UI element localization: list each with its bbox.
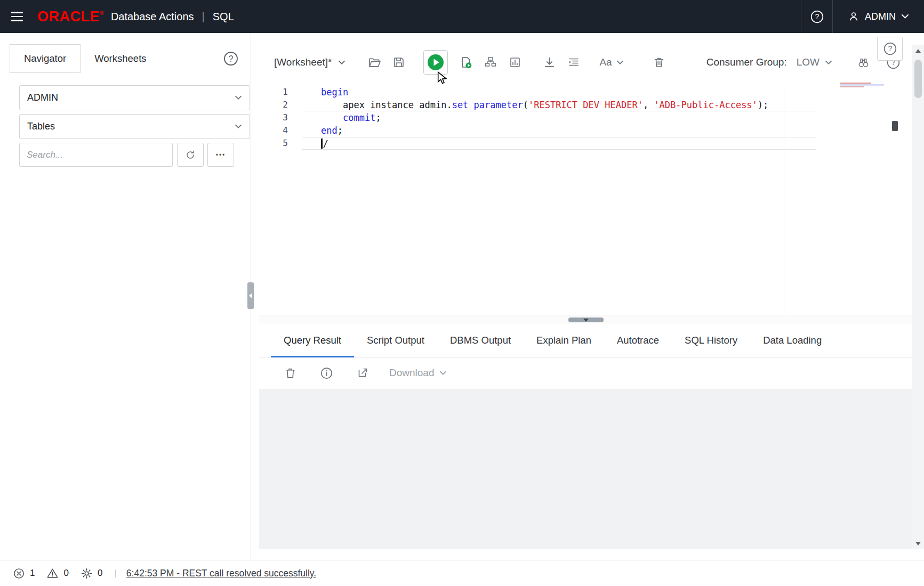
worksheet-toolbar: [Worksheet]* (259, 49, 912, 76)
schema-select[interactable]: ADMIN (19, 85, 250, 110)
error-count: 1 (30, 568, 35, 579)
open-in-new-window-button[interactable] (353, 363, 372, 382)
code-token (321, 112, 343, 123)
code-token: 'ADB-Public-Access' (654, 100, 757, 110)
results-tab-data-loading[interactable]: Data Loading (750, 324, 834, 357)
arrow-up-icon (915, 49, 921, 53)
process-status[interactable]: 0 (81, 567, 102, 580)
format-button[interactable] (564, 53, 583, 72)
hamburger-menu-button[interactable] (0, 0, 34, 33)
hamburger-icon (11, 12, 23, 13)
nav-tab-worksheets[interactable]: Worksheets (81, 44, 160, 73)
code-line[interactable]: apex_instance_admin.set_parameter('RESTR… (302, 99, 816, 111)
save-button[interactable] (389, 53, 408, 72)
splitter-handle[interactable] (568, 318, 604, 322)
code-token: ; (338, 125, 343, 136)
consumer-group-label: Consumer Group: (706, 56, 787, 68)
collapse-left-icon (249, 293, 252, 298)
editor-results-splitter[interactable] (259, 315, 912, 324)
code-token: begin (321, 87, 348, 97)
code-line[interactable]: begin (302, 86, 816, 99)
code-token: ); (758, 100, 768, 110)
autotrace-button[interactable] (505, 53, 525, 72)
trash-icon (284, 367, 297, 380)
line-number: 3 (259, 111, 302, 124)
svg-text:?: ? (888, 44, 892, 53)
trash-icon (653, 56, 665, 69)
results-tab-dbms-output[interactable]: DBMS Output (437, 324, 524, 357)
code-token: / (323, 139, 328, 149)
chevron-down-icon (235, 95, 242, 100)
navigator-help-button[interactable]: ? (222, 50, 239, 67)
process-count: 0 (98, 568, 102, 579)
line-number: 1 (259, 86, 302, 99)
refresh-icon (184, 149, 196, 161)
code-token: apex_instance_admin. (321, 100, 452, 110)
results-clear-button[interactable] (280, 363, 300, 382)
header-help-button[interactable]: ? (801, 0, 832, 33)
user-menu-button[interactable]: ADMIN (833, 0, 924, 33)
open-file-button[interactable] (365, 53, 384, 72)
chevron-down-icon (235, 124, 242, 129)
external-link-icon (356, 367, 369, 379)
refresh-button[interactable] (177, 143, 204, 167)
download-button[interactable] (540, 53, 559, 72)
panel-collapse-handle[interactable] (247, 282, 254, 309)
error-status[interactable]: 1 (13, 567, 35, 580)
vertical-scrollbar[interactable] (912, 45, 924, 549)
results-tab-query-result[interactable]: Query Result (271, 324, 354, 357)
help-icon: ? (223, 51, 239, 67)
results-tab-explain-plan[interactable]: Explain Plan (524, 324, 604, 357)
code-line[interactable]: end; (302, 124, 816, 137)
clear-button[interactable] (649, 53, 669, 72)
object-type-select[interactable]: Tables (19, 114, 250, 139)
run-script-button[interactable] (456, 53, 476, 72)
oracle-logo: ORACLE® (37, 9, 104, 25)
help-icon: ? (883, 42, 897, 56)
consumer-group-select[interactable]: LOW (797, 56, 832, 68)
status-message-link[interactable]: 6:42:53 PM - REST call resolved successf… (126, 568, 316, 579)
chevron-down-icon (439, 371, 447, 376)
results-help-button[interactable]: ? (877, 37, 903, 61)
help-icon: ? (810, 10, 824, 24)
font-size-button[interactable]: Aa (599, 56, 623, 68)
scroll-up-button[interactable] (912, 45, 924, 56)
warning-count: 0 (63, 568, 68, 579)
consumer-group-value: LOW (797, 56, 819, 68)
binoculars-icon (857, 56, 870, 69)
results-tab-script-output[interactable]: Script Output (354, 324, 437, 357)
nav-tab-navigator[interactable]: Navigator (10, 44, 81, 73)
download-results-button[interactable]: Download (389, 367, 447, 379)
run-script-icon (460, 56, 473, 69)
results-tab-sql-history[interactable]: SQL History (672, 324, 750, 357)
ellipsis-icon: ••• (216, 151, 226, 159)
code-line[interactable]: / (302, 137, 816, 150)
search-input[interactable] (19, 143, 173, 167)
code-token: end (321, 125, 338, 136)
explain-plan-button[interactable] (481, 53, 500, 72)
sql-editor[interactable]: 1begin2 apex_instance_admin.set_paramete… (259, 83, 902, 315)
autotrace-icon (509, 56, 521, 69)
app-name: SQL (213, 11, 234, 23)
editor-line: 4end; (259, 124, 902, 137)
code-token: ( (523, 100, 528, 110)
worksheet-selector[interactable]: [Worksheet]* (274, 56, 346, 68)
find-button[interactable] (854, 53, 873, 72)
results-tab-autotrace[interactable]: Autotrace (604, 324, 672, 357)
scroll-down-button[interactable] (912, 538, 924, 549)
scrollbar-thumb[interactable] (914, 60, 922, 98)
schema-select-value: ADMIN (27, 92, 58, 103)
folder-open-icon (368, 56, 381, 69)
results-tabs: Query ResultScript OutputDBMS OutputExpl… (259, 324, 912, 357)
chevron-down-icon (338, 60, 346, 65)
results-info-button[interactable] (317, 363, 336, 382)
code-token: set_parameter (452, 100, 523, 110)
code-line[interactable]: commit; (302, 111, 816, 124)
more-actions-button[interactable]: ••• (207, 143, 234, 167)
editor-minimap[interactable] (839, 82, 891, 88)
warning-status[interactable]: 0 (46, 567, 68, 580)
run-statement-button[interactable] (423, 50, 448, 75)
explain-plan-icon (484, 56, 497, 69)
editor-scrollbar-thumb[interactable] (892, 121, 898, 131)
svg-text:?: ? (815, 12, 819, 21)
